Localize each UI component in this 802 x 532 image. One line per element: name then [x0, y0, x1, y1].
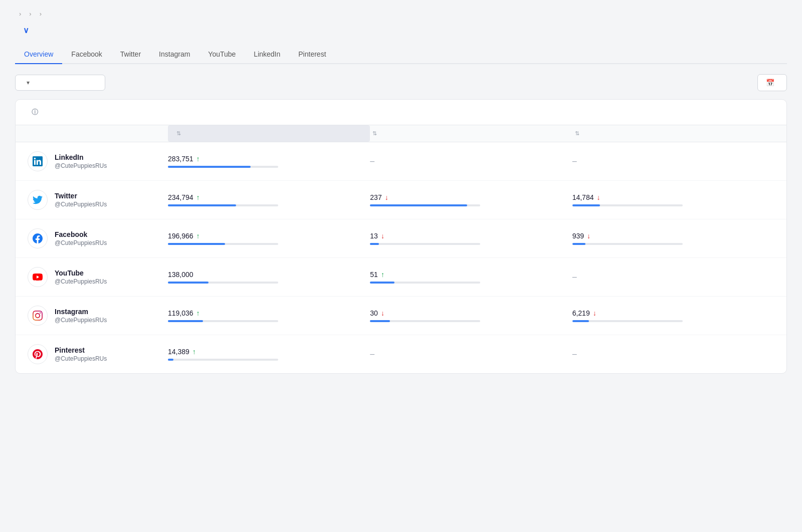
sort-icon: ⇅: [176, 130, 181, 137]
table-row-youtube: YouTube @CutePuppiesRUs 138,000 51 ↑: [16, 258, 786, 296]
domain-selector[interactable]: ▾: [15, 75, 105, 91]
publications-cell: 13 ↓: [370, 232, 572, 245]
channel-cell: Pinterest @CutePuppiesRUs: [28, 344, 168, 364]
date-filter-button[interactable]: 📅: [757, 74, 787, 91]
col-audience[interactable]: ⇅: [168, 125, 370, 142]
audience-cell: 138,000: [168, 271, 370, 284]
info-icon[interactable]: ⓘ: [32, 108, 38, 117]
audience-value: 234,794 ↑: [168, 193, 370, 201]
publications-cell: 51 ↑: [370, 271, 572, 284]
trend-down-icon: ↓: [381, 309, 384, 317]
audience-value: 196,966 ↑: [168, 232, 370, 240]
engagement-cell: –: [572, 350, 774, 359]
col-engagement[interactable]: ⇅: [572, 130, 774, 137]
publications-cell: 30 ↓: [370, 309, 572, 322]
table-row: YouTube @CutePuppiesRUs 138,000 51 ↑: [16, 258, 786, 297]
table-row: Pinterest @CutePuppiesRUs 14,389 ↑ –: [16, 335, 786, 373]
table-row-linkedin: LinkedIn @CutePuppiesRUs 283,751 ↑ –: [16, 142, 786, 180]
tab-youtube[interactable]: YouTube: [199, 45, 245, 64]
engagement-value: 6,219 ↓: [572, 309, 774, 317]
pinterest-icon: [28, 344, 48, 364]
publications-value: 13 ↓: [370, 232, 572, 240]
channel-cell: YouTube @CutePuppiesRUs: [28, 267, 168, 287]
overview-card: ⓘ ⇅ ⇅ ⇅ LinkedIn @: [15, 99, 787, 374]
publications-value: 30 ↓: [370, 309, 572, 317]
channel-name: Twitter: [55, 192, 107, 200]
table-body: LinkedIn @CutePuppiesRUs 283,751 ↑ –: [16, 142, 786, 373]
facebook-icon: [28, 228, 48, 248]
audience-value: 138,000: [168, 271, 370, 279]
youtube-icon: [28, 267, 48, 287]
trend-up-icon: ↑: [381, 271, 384, 279]
table-row: LinkedIn @CutePuppiesRUs 283,751 ↑ –: [16, 142, 786, 181]
audience-cell: 14,389 ↑: [168, 348, 370, 361]
publications-value: –: [370, 350, 572, 359]
channel-name: Instagram: [55, 308, 107, 316]
audience-cell: 234,794 ↑: [168, 193, 370, 206]
channel-name: Pinterest: [55, 346, 107, 354]
calendar-icon: 📅: [766, 79, 774, 87]
overview-header: ⓘ: [16, 100, 786, 125]
breadcrumb: › › ›: [15, 10, 787, 18]
col-publications[interactable]: ⇅: [370, 130, 572, 137]
tab-overview[interactable]: Overview: [15, 45, 62, 64]
controls-row: ▾ 📅: [15, 74, 787, 91]
instagram-icon: [28, 306, 48, 326]
table-row: Facebook @CutePuppiesRUs 196,966 ↑ 13 ↓: [16, 219, 786, 258]
trend-down-icon: ↓: [385, 193, 388, 201]
trend-up-icon: ↑: [192, 348, 196, 356]
trend-up-icon: ↑: [196, 193, 200, 201]
engagement-value: 939 ↓: [572, 232, 774, 240]
trend-down-icon: ↓: [593, 309, 596, 317]
publications-cell: –: [370, 157, 572, 166]
audience-cell: 283,751 ↑: [168, 155, 370, 168]
publications-value: 51 ↑: [370, 271, 572, 279]
trend-down-icon: ↓: [596, 193, 600, 201]
engagement-cell: –: [572, 273, 774, 282]
table-row-instagram: Instagram @CutePuppiesRUs 119,036 ↑ 30 ↓: [16, 297, 786, 335]
audience-bar: [168, 243, 278, 245]
channel-name: Facebook: [55, 230, 107, 238]
audience-bar: [168, 359, 278, 361]
tab-pinterest[interactable]: Pinterest: [289, 45, 335, 64]
page-header: ∨: [15, 26, 787, 35]
channel-cell: Twitter @CutePuppiesRUs: [28, 190, 168, 210]
table-header: ⇅ ⇅ ⇅: [16, 125, 786, 142]
audience-bar: [168, 320, 278, 322]
engagement-cell: 939 ↓: [572, 232, 774, 245]
table-row-pinterest: Pinterest @CutePuppiesRUs 14,389 ↑ –: [16, 335, 786, 373]
tab-twitter[interactable]: Twitter: [111, 45, 150, 64]
sort-icon: ⇅: [372, 130, 377, 137]
audience-cell: 119,036 ↑: [168, 309, 370, 322]
twitter-icon: [28, 190, 48, 210]
trend-up-icon: ↑: [196, 309, 200, 317]
channel-cell: Instagram @CutePuppiesRUs: [28, 306, 168, 326]
audience-bar: [168, 204, 278, 206]
table-row: Twitter @CutePuppiesRUs 234,794 ↑ 237 ↓: [16, 181, 786, 219]
engagement-value: –: [572, 350, 774, 359]
project-name-dropdown[interactable]: ∨: [21, 26, 29, 35]
audience-value: 119,036 ↑: [168, 309, 370, 317]
table-row-twitter: Twitter @CutePuppiesRUs 234,794 ↑ 237 ↓: [16, 181, 786, 219]
audience-bar: [168, 166, 278, 168]
tab-linkedin[interactable]: LinkedIn: [245, 45, 289, 64]
tab-instagram[interactable]: Instagram: [150, 45, 199, 64]
channel-name: YouTube: [55, 269, 107, 277]
engagement-value: –: [572, 157, 774, 166]
channel-handle: @CutePuppiesRUs: [55, 317, 107, 324]
trend-up-icon: ↑: [196, 155, 200, 163]
audience-value: 283,751 ↑: [168, 155, 370, 163]
sort-icon: ⇅: [575, 130, 579, 137]
channel-cell: Facebook @CutePuppiesRUs: [28, 228, 168, 248]
publications-value: 237 ↓: [370, 193, 572, 201]
channel-handle: @CutePuppiesRUs: [55, 201, 107, 208]
publications-cell: 237 ↓: [370, 193, 572, 206]
audience-bar: [168, 282, 278, 284]
tab-facebook[interactable]: Facebook: [62, 45, 111, 64]
audience-cell: 196,966 ↑: [168, 232, 370, 245]
channel-handle: @CutePuppiesRUs: [55, 278, 107, 285]
engagement-cell: 6,219 ↓: [572, 309, 774, 322]
trend-up-icon: ↑: [196, 232, 200, 240]
trend-down-icon: ↓: [587, 232, 590, 240]
channel-handle: @CutePuppiesRUs: [55, 239, 107, 246]
